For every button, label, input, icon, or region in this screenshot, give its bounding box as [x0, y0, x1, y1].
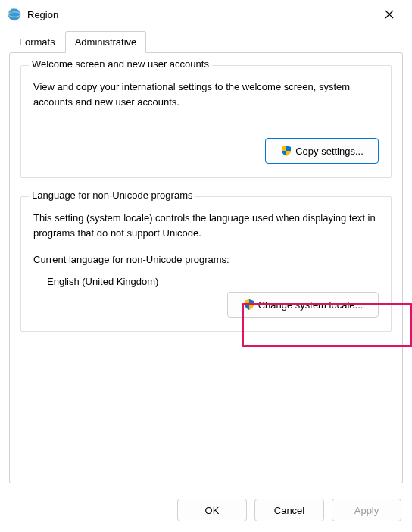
cancel-button[interactable]: Cancel: [254, 499, 324, 521]
change-system-locale-button[interactable]: Change system locale...: [227, 292, 379, 318]
close-button[interactable]: [374, 3, 404, 26]
tab-panel-administrative: Welcome screen and new user accounts Vie…: [9, 52, 403, 483]
copy-settings-button[interactable]: Copy settings...: [265, 138, 379, 164]
current-language-value: English (United Kingdom): [47, 276, 379, 287]
copy-settings-label: Copy settings...: [295, 146, 364, 157]
tab-strip: Formats Administrative: [0, 30, 412, 52]
group-welcome-desc: View and copy your international setting…: [33, 80, 379, 109]
window-title: Region: [27, 9, 374, 20]
group-welcome-legend: Welcome screen and new user accounts: [29, 58, 212, 70]
current-language-label: Current language for non-Unicode program…: [33, 254, 379, 265]
change-system-locale-label: Change system locale...: [258, 299, 364, 311]
region-icon: [8, 8, 21, 21]
apply-button: Apply: [332, 499, 401, 521]
region-dialog: Region Formats Administrative Welcome sc…: [0, 0, 412, 532]
tab-administrative[interactable]: Administrative: [65, 31, 147, 53]
shield-icon: [243, 299, 255, 311]
tab-formats[interactable]: Formats: [9, 31, 65, 53]
group-welcome-accounts: Welcome screen and new user accounts Vie…: [20, 65, 392, 178]
dialog-footer: OK Cancel Apply: [0, 493, 412, 532]
titlebar: Region: [0, 0, 412, 29]
group-non-unicode-desc: This setting (system locale) controls th…: [33, 211, 379, 240]
shield-icon: [280, 145, 292, 157]
group-non-unicode-legend: Language for non-Unicode programs: [29, 189, 195, 201]
group-non-unicode: Language for non-Unicode programs This s…: [20, 196, 392, 332]
ok-button[interactable]: OK: [177, 499, 247, 521]
